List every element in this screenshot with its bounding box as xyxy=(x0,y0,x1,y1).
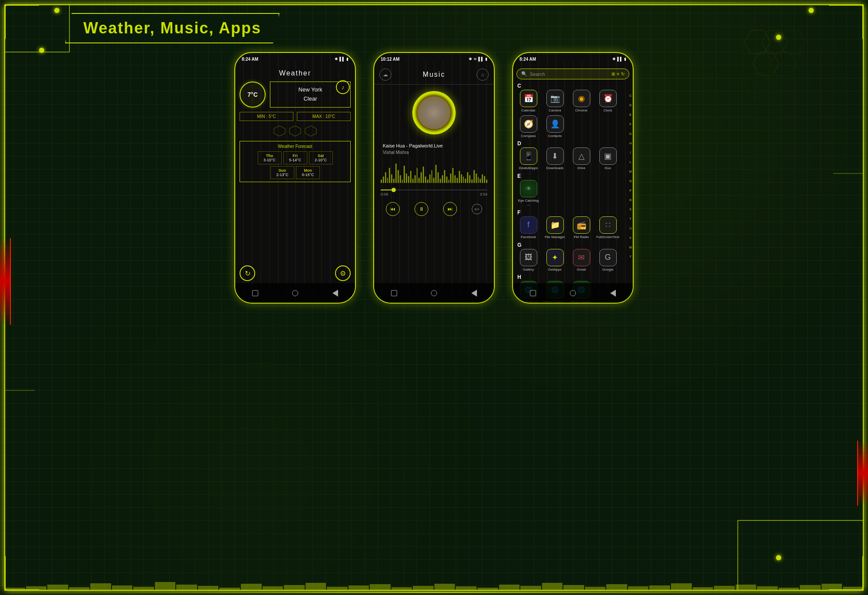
alpha-U[interactable]: U xyxy=(629,227,632,230)
list-icon[interactable]: ≡ xyxy=(617,72,619,76)
section-c: C xyxy=(517,83,629,89)
forecast-box: Weather Forecast Thu 3-10°C Fri 5-14°C S… xyxy=(240,141,351,182)
nav-home-music[interactable] xyxy=(431,290,437,296)
next-button[interactable]: ⏭ xyxy=(443,202,457,216)
nav-recent-apps[interactable] xyxy=(530,290,536,296)
app-google[interactable]: G Google xyxy=(596,249,620,272)
refresh-icon[interactable]: ↻ xyxy=(621,72,625,76)
compass-icon: 🧭 xyxy=(520,115,537,133)
alpha-T[interactable]: T xyxy=(629,217,632,220)
nav-back-apps[interactable] xyxy=(610,290,616,297)
clock-icon: ⏰ xyxy=(599,90,617,107)
app-compass[interactable]: 🧭 Compass xyxy=(516,115,540,138)
city-name: New York xyxy=(276,85,345,95)
app-facebook[interactable]: f Facebook xyxy=(516,216,540,239)
apps-row-c1: 📅 Calendar 📷 Camera ◉ Chrome ⏰ Clock xyxy=(516,90,629,113)
alpha-D[interactable]: D xyxy=(629,104,632,107)
facebook-icon: f xyxy=(520,216,537,234)
contacts-icon: 👤 xyxy=(546,115,564,133)
app-defaultapps[interactable]: 📱 DeafultApps xyxy=(516,147,540,170)
alpha-L[interactable]: L xyxy=(629,160,632,163)
nav-home[interactable] xyxy=(292,290,298,296)
downloads-label: Downloads xyxy=(546,166,564,170)
progress-dot xyxy=(391,188,396,192)
alpha-Y[interactable]: Y xyxy=(629,255,632,258)
notch-weather xyxy=(282,53,308,62)
prev-button[interactable]: ⏮ xyxy=(386,202,400,216)
app-drive[interactable]: △ Drive xyxy=(569,147,593,170)
music-cloud-icon[interactable]: ☁ xyxy=(379,69,391,81)
apps-row-c2: 🧭 Compass 👤 Contacts xyxy=(516,115,629,138)
alpha-P[interactable]: P xyxy=(629,189,632,192)
app-duo[interactable]: ▣ Duo xyxy=(596,147,620,170)
status-icons-apps: ✱ ▌▌ ▮ xyxy=(612,57,626,61)
nav-back-music[interactable] xyxy=(471,290,477,297)
album-inner xyxy=(418,96,450,129)
alpha-index: CDEFGHILMNPRSTUVWY xyxy=(629,91,632,262)
settings-button[interactable]: ⚙ xyxy=(335,265,351,281)
alpha-H[interactable]: H xyxy=(629,142,632,145)
alpha-V[interactable]: V xyxy=(629,236,632,239)
music-home-icon[interactable]: ⌂ xyxy=(477,69,489,81)
alpha-E[interactable]: E xyxy=(629,113,632,116)
wifi-icon: ≋ xyxy=(473,57,477,61)
fullscreen-label: FullScreenTest xyxy=(596,235,619,239)
alpha-C[interactable]: C xyxy=(629,94,632,97)
neon-line-top xyxy=(87,2,781,3)
app-filemanager[interactable]: 📁 File Manager xyxy=(543,216,567,239)
app-chrome[interactable]: ◉ Chrome xyxy=(569,90,593,113)
signal-icon: ▌▌ xyxy=(339,57,345,61)
alpha-S[interactable]: S xyxy=(629,208,632,211)
apps-row-e: 👁 Eye Catching ... xyxy=(516,180,629,207)
alpha-N[interactable]: N xyxy=(629,180,632,183)
fullscreen-icon: ⛶ xyxy=(599,216,617,234)
defaultapps-label: DeafultApps xyxy=(519,166,538,170)
battery-icon-apps: ▮ xyxy=(624,57,626,61)
bt-icon-music: ✱ xyxy=(469,57,472,61)
alpha-R[interactable]: R xyxy=(629,199,632,202)
weather-compass-icon[interactable]: ♪ xyxy=(336,80,350,94)
nav-recent-music[interactable] xyxy=(391,290,397,296)
progress-bar[interactable] xyxy=(381,190,487,190)
apps-row-g: 🖼 Gallery ✦ GetApps ✉ Gmail G Google xyxy=(516,249,629,272)
app-getapps[interactable]: ✦ GetApps xyxy=(543,249,567,272)
app-gallery[interactable]: 🖼 Gallery xyxy=(516,249,540,272)
weather-bottom-buttons: ↻ ⚙ xyxy=(240,265,351,281)
pause-button[interactable]: ⏸ xyxy=(414,202,428,216)
nav-back[interactable] xyxy=(332,290,338,297)
app-fmradio[interactable]: 📻 FM Radio xyxy=(569,216,593,239)
app-gmail[interactable]: ✉ Gmail xyxy=(569,249,593,272)
alpha-I[interactable]: I xyxy=(629,151,632,154)
apps-search-bar[interactable]: 🔍 Search ⊞ ≡ ↻ xyxy=(516,69,629,79)
app-calendar[interactable]: 📅 Calendar xyxy=(516,90,540,113)
music-controls: ⏮ ⏸ ⏭ ≡+ xyxy=(374,199,494,219)
chrome-icon: ◉ xyxy=(573,90,590,107)
defaultapps-icon: 📱 xyxy=(520,147,537,165)
alpha-W[interactable]: W xyxy=(629,246,632,249)
app-contacts[interactable]: 👤 Contacts xyxy=(543,115,567,138)
notch-music xyxy=(421,53,447,62)
app-fullscreen[interactable]: ⛶ FullScreenTest xyxy=(596,216,620,239)
filemanager-icon: 📁 xyxy=(546,216,564,234)
nav-recent[interactable] xyxy=(252,290,258,296)
search-input[interactable]: Search xyxy=(530,72,609,77)
section-e: E xyxy=(517,173,629,179)
gallery-icon: 🖼 xyxy=(520,249,537,266)
alpha-F[interactable]: F xyxy=(629,123,632,126)
gmail-icon: ✉ xyxy=(573,249,590,266)
refresh-button[interactable]: ↻ xyxy=(240,265,255,281)
alpha-M[interactable]: M xyxy=(629,170,632,173)
alpha-G[interactable]: G xyxy=(629,132,632,135)
google-icon: G xyxy=(599,249,617,266)
playlist-button[interactable]: ≡+ xyxy=(472,204,482,214)
chrome-label: Chrome xyxy=(575,108,587,113)
forecast-thu: Thu 3-10°C xyxy=(258,151,282,164)
app-downloads[interactable]: ⬇ Downloads xyxy=(543,147,567,170)
apps-bottom-nav xyxy=(513,283,633,303)
app-eyecatching[interactable]: 👁 Eye Catching ... xyxy=(516,180,540,207)
nav-home-apps[interactable] xyxy=(570,290,576,296)
red-bar-right xyxy=(857,441,868,506)
app-clock[interactable]: ⏰ Clock xyxy=(596,90,620,113)
grid-icon[interactable]: ⊞ xyxy=(612,72,615,76)
app-camera[interactable]: 📷 Camera xyxy=(543,90,567,113)
